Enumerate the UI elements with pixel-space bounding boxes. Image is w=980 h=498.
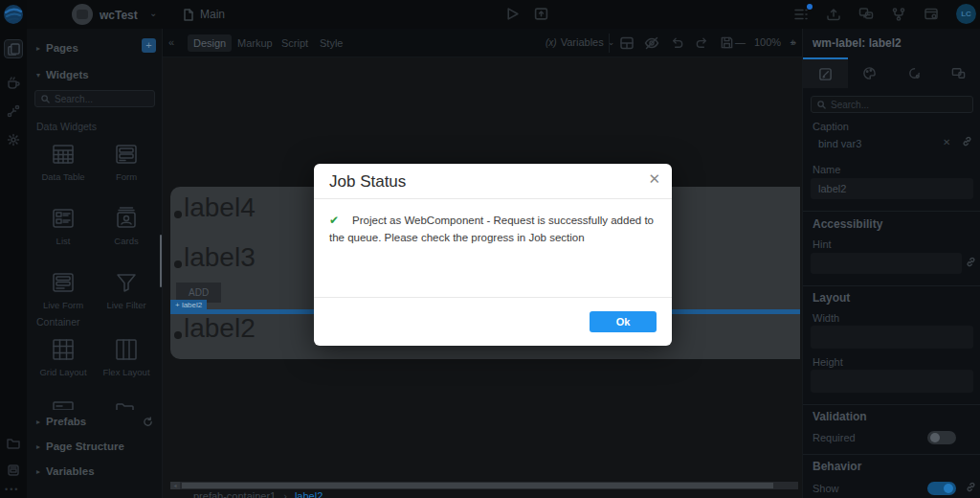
undo-icon[interactable]: [670, 35, 685, 51]
tab-styles[interactable]: [848, 57, 893, 88]
widget-tile-live-form[interactable]: Live Form: [33, 270, 94, 310]
caption-bind-link-icon[interactable]: [962, 136, 973, 147]
properties-search-input[interactable]: Search...: [811, 96, 973, 113]
hide-preview-eye-icon[interactable]: [644, 35, 659, 51]
more-tools-chevron[interactable]: »: [791, 36, 796, 48]
show-label: Show: [813, 483, 839, 494]
canvas-label3[interactable]: label3: [184, 242, 256, 273]
refresh-icon[interactable]: [143, 417, 153, 427]
dialog-header: Job Status ✕: [314, 164, 672, 199]
ok-button[interactable]: Ok: [590, 311, 657, 332]
publish-icon[interactable]: [826, 7, 842, 23]
caption-value[interactable]: bind var3: [818, 138, 861, 149]
tab-design[interactable]: Design: [188, 34, 232, 52]
preferences-window-icon[interactable]: [924, 7, 940, 23]
prefabs-section-label: Prefabs: [46, 416, 86, 427]
widget-search-input[interactable]: Search...: [34, 90, 155, 107]
height-input[interactable]: [811, 370, 973, 393]
dialog-message: Project as WebComponent - Request is suc…: [329, 215, 654, 243]
dialog-close-icon[interactable]: ✕: [648, 170, 660, 188]
top-bar: wcTest ⌄ Main: [27, 0, 980, 29]
widget-tile-label: Cards: [96, 236, 157, 246]
widget-tile-label: Flex Layout: [96, 367, 157, 377]
caption-label: Caption: [813, 121, 849, 132]
widget-tile-label: Data Table: [33, 171, 94, 182]
tab-style[interactable]: Style: [314, 34, 348, 52]
show-toggle[interactable]: [927, 482, 956, 495]
project-name[interactable]: wcTest: [100, 9, 138, 22]
pages-nav-icon[interactable]: [4, 39, 23, 58]
show-bind-link-icon[interactable]: [966, 482, 977, 493]
dialog-title: Job Status: [329, 172, 406, 192]
sidebar-section-prefabs[interactable]: ▸ Prefabs: [27, 410, 163, 433]
scroll-left-arrow-icon[interactable]: ◂: [170, 482, 180, 489]
validation-header: Validation: [813, 410, 867, 423]
hint-bind-link-icon[interactable]: [966, 257, 977, 268]
sidebar-section-widgets[interactable]: ▾ Widgets: [27, 63, 163, 86]
caption-clear-icon[interactable]: ✕: [943, 137, 954, 148]
more-options-icon[interactable]: •••: [5, 485, 19, 494]
variables-dropdown[interactable]: (x) Variables ⌄: [546, 36, 614, 48]
split-view-icon[interactable]: [619, 35, 635, 51]
tab-events[interactable]: [892, 57, 937, 88]
sidebar-scrollbar[interactable]: [160, 235, 162, 287]
redo-icon[interactable]: [695, 35, 710, 51]
live-form-icon: [51, 270, 76, 295]
wavemaker-logo[interactable]: [3, 4, 24, 25]
page-structure-section-label: Page Structure: [46, 441, 124, 452]
widget-tile-cards[interactable]: Cards: [96, 206, 157, 246]
tab-properties[interactable]: [803, 57, 848, 88]
canvas-horizontal-scrollbar[interactable]: ◂: [170, 482, 798, 489]
wavemaker-studio: ••• wcTest ⌄ Main: [0, 0, 980, 498]
expanded-arrow-icon: ▾: [36, 71, 40, 79]
widget-tile-label: Live Form: [33, 300, 94, 310]
name-input[interactable]: label2: [811, 178, 973, 199]
add-page-button[interactable]: +: [142, 38, 156, 53]
run-button[interactable]: [505, 7, 520, 25]
flex-layout-icon: [114, 337, 139, 362]
canvas-label4[interactable]: label4: [184, 192, 256, 223]
tab-script[interactable]: Script: [276, 34, 314, 52]
collapse-sidebar-button[interactable]: «: [168, 36, 174, 48]
variables-icon: (x): [546, 37, 557, 48]
export-icon[interactable]: [4, 461, 23, 480]
widget-tile-live-filter[interactable]: Live Filter: [96, 270, 157, 310]
widget-tile-data-table[interactable]: Data Table: [33, 142, 94, 182]
hint-input[interactable]: [811, 253, 962, 274]
tab-markup[interactable]: Markup: [232, 34, 278, 52]
sidebar-section-page-structure[interactable]: ▸ Page Structure: [27, 435, 163, 458]
tab-devices[interactable]: [937, 57, 980, 88]
jobs-notification-dot: [807, 4, 813, 10]
sidebar-section-variables[interactable]: ▸ Variables: [27, 460, 163, 483]
breadcrumb-parent[interactable]: prefab-container1: [193, 490, 276, 498]
breadcrumb-separator-icon: ›: [283, 490, 287, 498]
collapsed-arrow-icon: ▸: [36, 418, 40, 426]
name-label: Name: [813, 164, 840, 175]
success-check-icon: ✔: [329, 214, 339, 227]
deploy-button[interactable]: [534, 7, 548, 25]
project-chevron-down-icon[interactable]: ⌄: [149, 8, 157, 18]
version-branch-icon[interactable]: [891, 7, 907, 23]
widget-tile-grid-layout[interactable]: Grid Layout: [33, 337, 94, 377]
zoom-out-button[interactable]: —: [735, 36, 746, 48]
settings-gear-icon[interactable]: [4, 130, 23, 149]
scrollbar-thumb[interactable]: [182, 483, 773, 488]
widget-tile-list[interactable]: List: [33, 206, 94, 246]
folder-icon[interactable]: [4, 434, 23, 453]
required-toggle[interactable]: [927, 431, 956, 444]
save-icon[interactable]: [720, 35, 735, 51]
java-services-icon[interactable]: [4, 73, 23, 92]
user-avatar[interactable]: LC: [956, 4, 976, 24]
jobs-list-icon[interactable]: [793, 7, 810, 23]
breadcrumb-current[interactable]: label2: [295, 490, 323, 498]
translate-chat-icon[interactable]: [858, 7, 875, 23]
widget-tile-flex-layout[interactable]: Flex Layout: [96, 337, 157, 377]
page-tab-main[interactable]: Main: [183, 8, 225, 21]
search-icon: [41, 95, 50, 103]
properties-tabs: [803, 57, 980, 88]
canvas-label2-selected[interactable]: label2: [184, 313, 256, 344]
zoom-control: — 100% +: [735, 36, 796, 48]
widget-tile-form[interactable]: Form: [96, 142, 157, 182]
apis-icon[interactable]: [4, 102, 23, 121]
width-input[interactable]: [811, 326, 973, 349]
